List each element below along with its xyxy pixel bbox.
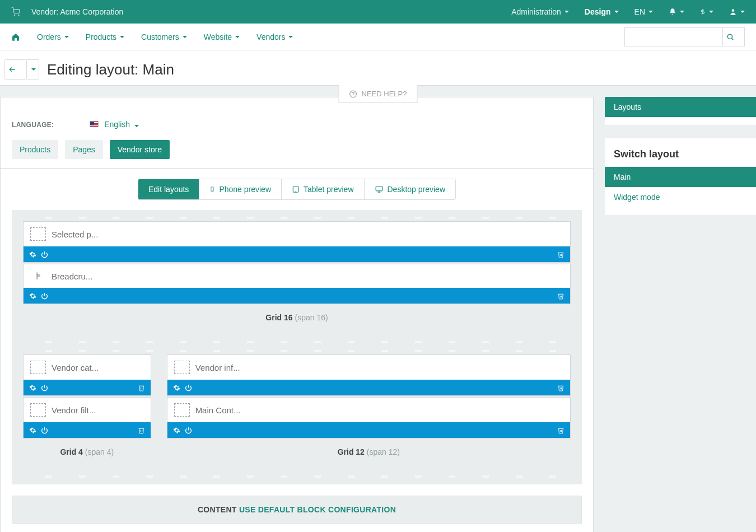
arrow-left-icon [8, 66, 16, 73]
caret-down-icon [614, 11, 619, 13]
search-button[interactable] [722, 27, 745, 46]
trash-icon[interactable] [138, 384, 145, 391]
tablet-icon [292, 185, 300, 193]
flag-us-icon [90, 121, 99, 127]
search-icon [726, 33, 734, 41]
nav-customers[interactable]: Customers [141, 32, 187, 41]
content-footer-link[interactable]: USE DEFAULT BLOCK CONFIGURATION [239, 505, 396, 514]
page-title: Editing layout: Main [47, 61, 174, 78]
power-icon[interactable] [41, 251, 48, 258]
svg-line-5 [732, 38, 734, 40]
user-icon [729, 8, 737, 16]
back-button[interactable] [4, 59, 27, 80]
main-nav: Orders Products Customers Website Vendor… [0, 24, 756, 50]
tab-vendor-store[interactable]: Vendor store [110, 140, 170, 159]
nav-vendors[interactable]: Vendors [256, 32, 293, 41]
btn-tablet-preview[interactable]: Tablet preview [282, 179, 365, 199]
menu-notifications[interactable] [669, 8, 684, 16]
dollar-icon [700, 8, 706, 16]
switch-layout-panel: Switch layout Main Widget mode [605, 138, 756, 215]
trash-icon[interactable] [557, 251, 564, 258]
caret-down-icon [64, 36, 69, 38]
caret-down-icon [235, 36, 240, 38]
gear-icon[interactable] [173, 427, 180, 434]
gear-icon[interactable] [29, 427, 36, 434]
gear-icon[interactable] [29, 251, 36, 258]
gear-icon[interactable] [173, 384, 180, 391]
need-help-label: NEED HELP? [362, 90, 407, 98]
block-title: Vendor filt... [52, 405, 96, 415]
need-help-tab[interactable]: NEED HELP? [339, 85, 418, 103]
caret-down-icon [120, 36, 124, 38]
btn-label: Phone preview [219, 185, 271, 194]
block-breadcrumbs[interactable]: ⊧Breadcru... [23, 264, 571, 304]
grid-16-label: Grid 16 (span 16) [23, 305, 571, 339]
power-icon[interactable] [185, 384, 192, 391]
nav-products[interactable]: Products [86, 32, 124, 41]
block-toolbar [167, 380, 570, 395]
block-vendor-info[interactable]: Vendor inf... [167, 354, 571, 396]
caret-down-icon [288, 36, 293, 38]
language-label: LANGUAGE: [12, 121, 54, 129]
trash-icon[interactable] [557, 427, 564, 434]
power-icon[interactable] [41, 384, 48, 391]
layouts-panel: Layouts [605, 97, 756, 125]
svg-rect-13 [376, 186, 382, 191]
block-title: Breadcru... [52, 272, 92, 281]
nav-label: Products [86, 32, 116, 41]
menu-design[interactable]: Design [585, 7, 619, 16]
layout-item-widget-mode[interactable]: Widget mode [605, 187, 756, 207]
content-footer-left: CONTENT [198, 505, 237, 514]
block-icon [30, 361, 46, 374]
menu-currency[interactable] [700, 8, 713, 16]
nav-orders[interactable]: Orders [37, 32, 69, 41]
back-dropdown[interactable] [27, 59, 39, 80]
layout-item-main[interactable]: Main [605, 167, 756, 187]
caret-down-icon [134, 125, 139, 127]
block-title: Selected p... [52, 230, 98, 239]
nav-website[interactable]: Website [204, 32, 240, 41]
menu-language-label: EN [634, 7, 645, 16]
gear-icon[interactable] [29, 292, 36, 300]
cart-icon[interactable] [11, 7, 20, 16]
nav-home[interactable] [11, 32, 20, 41]
block-vendor-filters[interactable]: Vendor filt... [23, 397, 151, 438]
svg-point-3 [732, 9, 735, 12]
block-toolbar [167, 422, 570, 438]
block-selected-products[interactable]: Selected p... [23, 221, 571, 263]
tab-products[interactable]: Products [12, 140, 58, 159]
bell-icon [669, 8, 676, 16]
power-icon[interactable] [41, 292, 48, 300]
menu-administration[interactable]: Administration [511, 7, 569, 16]
trash-icon[interactable] [138, 427, 145, 434]
gear-icon[interactable] [29, 384, 36, 391]
btn-label: Tablet preview [304, 185, 354, 194]
language-selector[interactable]: English [90, 120, 139, 129]
power-icon[interactable] [41, 427, 48, 434]
trash-icon[interactable] [557, 384, 564, 391]
btn-edit-layouts[interactable]: Edit layouts [138, 179, 199, 199]
menu-design-label: Design [585, 7, 611, 16]
block-toolbar [24, 422, 151, 438]
main-panel: LANGUAGE: English Products Pages Vendor … [0, 97, 594, 532]
search-input[interactable] [624, 27, 722, 46]
nav-label: Customers [141, 32, 179, 41]
nav-label: Orders [37, 32, 61, 41]
caret-down-icon [740, 11, 745, 13]
btn-desktop-preview[interactable]: Desktop preview [365, 179, 456, 199]
block-vendor-categories[interactable]: Vendor cat... [23, 354, 151, 396]
menu-language[interactable]: EN [634, 7, 653, 16]
tab-pages[interactable]: Pages [65, 140, 103, 159]
caret-down-icon [680, 11, 684, 13]
btn-phone-preview[interactable]: Phone preview [199, 179, 282, 199]
breadcrumb-icon: ⊧ [30, 270, 46, 282]
trash-icon[interactable] [557, 292, 564, 300]
tabs: Products Pages Vendor store [1, 140, 593, 169]
grid-4-label: Grid 4 (span 4) [23, 440, 151, 473]
power-icon[interactable] [185, 427, 192, 434]
caret-down-icon [564, 11, 569, 13]
nav-label: Vendors [256, 32, 285, 41]
vendor-label: Vendor: Acme Corporation [31, 7, 123, 16]
menu-account[interactable] [729, 8, 745, 16]
block-main-content[interactable]: Main Cont... [167, 397, 571, 438]
